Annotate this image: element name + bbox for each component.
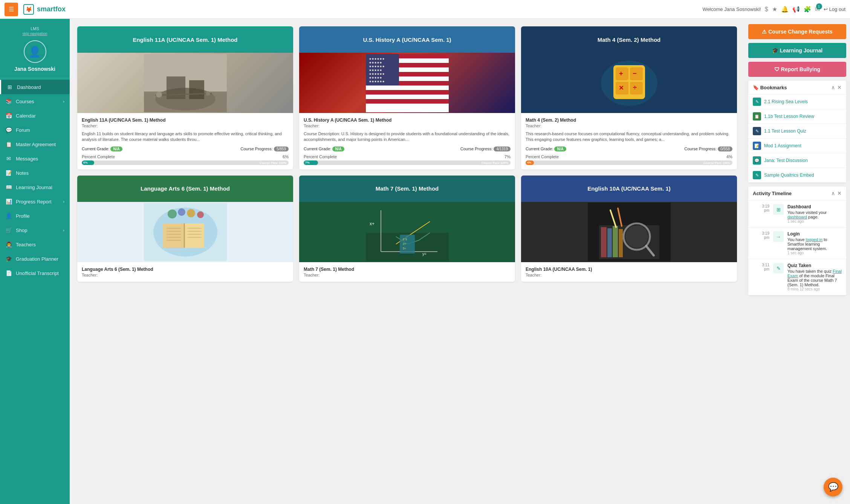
sidebar-item-notes[interactable]: 📝 Notes xyxy=(0,166,70,180)
report-bullying-button[interactable]: 🛡 Report Bullying xyxy=(748,62,846,77)
bookmark-item[interactable]: ✎ 1.1 Test Lesson Quiz xyxy=(748,124,846,139)
courses-grid: English 11A (UC/NCAA Sem. 1) Method xyxy=(77,26,737,282)
sidebar-item-graduation-planner[interactable]: 🎓 Graduation Planner xyxy=(0,252,70,266)
course-card-lang6[interactable]: Language Arts 6 (Sem. 1) Method xyxy=(77,176,293,282)
grade-badge: N/A xyxy=(332,147,344,151)
bookmarks-collapse-button[interactable]: ∧ xyxy=(831,84,835,90)
activity-collapse-button[interactable]: ∧ xyxy=(831,190,835,196)
svg-text:★★★★★★: ★★★★★★ xyxy=(369,72,385,76)
timeline-time: 3:19 xyxy=(754,231,769,235)
course-title: Math 7 (Sem. 1) Method xyxy=(304,267,511,272)
svg-rect-75 xyxy=(601,227,607,257)
svg-point-73 xyxy=(625,225,648,248)
progress-value: 5/859 xyxy=(274,147,289,151)
bell-icon[interactable]: 🔔 xyxy=(781,6,789,13)
history-image: ★★★★★★ ★★★★★ ★★★★★★ ★★★★★ ★★★★★★ ★★★★★ ★… xyxy=(299,53,515,113)
main-layout: LMS skip navigation 👤 Jana Sosnowski ⊞ D… xyxy=(0,19,850,504)
bookmark-item[interactable]: 📋 1.1b Test Lesson Review xyxy=(748,109,846,124)
percent-row: Percent Complete 7% xyxy=(304,154,511,159)
progress-bar: 7% Course Pace 100% xyxy=(304,160,511,165)
sidebar-item-teachers[interactable]: 👨‍🏫 Teachers xyxy=(0,237,70,252)
course-card-math4[interactable]: Math 4 (Sem. 2) Method + xyxy=(521,26,737,170)
bookmark-item[interactable]: ✎ 2.1 Rising Sea Levels xyxy=(748,95,846,109)
course-card-english10a[interactable]: English 10A (UC/NCAA Sem. 1) xyxy=(521,176,737,282)
transcript-icon: 📄 xyxy=(5,270,12,276)
dollar-icon[interactable]: $ xyxy=(765,6,768,13)
sidebar-item-label: Unofficial Transcript xyxy=(16,270,59,276)
sidebar-item-profile[interactable]: 👤 Profile xyxy=(0,209,70,223)
progress-fill: 7% xyxy=(304,160,318,165)
bookmarks-controls: ∧ ✕ xyxy=(831,84,842,90)
course-image-lang6 xyxy=(77,202,293,262)
course-card-english11a[interactable]: English 11A (UC/NCAA Sem. 1) Method xyxy=(77,26,293,170)
sidebar-item-forum[interactable]: 💬 Forum xyxy=(0,123,70,137)
logout-button[interactable]: ↩ Log out xyxy=(824,6,845,12)
star-icon[interactable]: ★ xyxy=(772,6,777,13)
learning-journal-button[interactable]: 🎓 Learning Journal xyxy=(748,43,846,58)
bookmark-quiz-icon: ✎ xyxy=(753,127,761,135)
envelope-icon[interactable]: ✉ 1 xyxy=(815,6,820,13)
sidebar-item-courses[interactable]: 📚 Courses › xyxy=(0,94,70,108)
courses-icon: 📚 xyxy=(5,98,12,104)
sidebar-item-shop[interactable]: 🛒 Shop › xyxy=(0,223,70,237)
bookmarks-close-button[interactable]: ✕ xyxy=(837,84,842,90)
sidebar-item-label: Messages xyxy=(16,156,38,162)
course-header-math4: Math 4 (Sem. 2) Method xyxy=(521,26,737,53)
svg-text:★★★★★: ★★★★★ xyxy=(369,61,382,64)
bookmark-item[interactable]: 📝 Mod 1 Assignment xyxy=(748,139,846,153)
bookmarks-title: 🔖 Bookmarks xyxy=(753,85,787,90)
sidebar-item-calendar[interactable]: 📅 Calendar xyxy=(0,108,70,123)
puzzle-icon[interactable]: 🧩 xyxy=(804,6,811,13)
timeline-title: Dashboard xyxy=(787,204,842,209)
dashboard-icon: ⊞ xyxy=(6,84,13,90)
timeline-link[interactable]: dashboard xyxy=(787,215,807,219)
svg-text:✕: ✕ xyxy=(619,85,624,91)
english-image xyxy=(77,53,293,113)
timeline-link[interactable]: logged in xyxy=(806,237,823,242)
bookmark-label: 1.1 Test Lesson Quiz xyxy=(764,128,806,134)
percent-value: 4% xyxy=(726,154,732,159)
megaphone-icon[interactable]: 📢 xyxy=(792,6,800,13)
bookmark-label: 2.1 Rising Sea Levels xyxy=(764,99,808,104)
course-header-english11a: English 11A (UC/NCAA Sem. 1) Method xyxy=(77,26,293,53)
course-header-title: Math 7 (Sem. 1) Method xyxy=(376,185,439,192)
course-image-ushistory: ★★★★★★ ★★★★★ ★★★★★★ ★★★★★ ★★★★★★ ★★★★★ ★… xyxy=(299,53,515,113)
sidebar-item-master-agreement[interactable]: 📋 Master Agreement xyxy=(0,137,70,151)
svg-point-6 xyxy=(156,92,162,98)
course-body-math7: Math 7 (Sem. 1) Method Teacher: xyxy=(299,262,515,282)
menu-button[interactable]: ☰ xyxy=(5,3,18,16)
sidebar-item-unofficial-transcript[interactable]: 📄 Unofficial Transcript xyxy=(0,266,70,280)
course-stats: Current Grade: N/A Course Progress: 0/55… xyxy=(526,147,732,151)
activity-close-button[interactable]: ✕ xyxy=(837,190,842,196)
course-card-ushistory[interactable]: U.S. History A (UC/NCAA Sem. 1) xyxy=(299,26,515,170)
course-body-english10a: English 10A (UC/NCAA Sem. 1) Teacher: xyxy=(521,262,737,282)
logo-icon: 🦊 xyxy=(23,4,34,15)
sidebar-item-dashboard[interactable]: ⊞ Dashboard xyxy=(0,80,70,94)
bookmark-item[interactable]: 💬 Jana: Test Discussion xyxy=(748,153,846,168)
sidebar-item-learning-journal[interactable]: 📖 Learning Journal xyxy=(0,180,70,194)
sidebar-item-progress-report[interactable]: 📊 Progress Report › xyxy=(0,194,70,209)
bookmark-label: Sample Qualtrics Embed xyxy=(764,173,814,178)
sidebar-item-label: Teachers xyxy=(16,242,36,247)
bookmark-item[interactable]: ✎ Sample Qualtrics Embed xyxy=(748,168,846,183)
course-change-requests-button[interactable]: ⚠ Course Change Requests xyxy=(748,24,846,39)
skip-navigation[interactable]: skip navigation xyxy=(22,32,47,36)
sidebar-item-messages[interactable]: ✉ Messages xyxy=(0,151,70,166)
timeline-link[interactable]: Final Exam xyxy=(787,269,842,278)
course-card-math7[interactable]: Math 7 (Sem. 1) Method xyxy=(299,176,515,282)
sidebar-item-label: Courses xyxy=(16,99,34,104)
course-description: This research-based course focuses on co… xyxy=(526,131,732,143)
timeline-item-login: 3:19 pm → Login You have logged in to Sm… xyxy=(748,228,846,259)
top-header: ☰ 🦊 smartfox Welcome Jana Sosnowski! $ ★… xyxy=(0,0,850,19)
agreement-icon: 📋 xyxy=(5,141,12,147)
svg-rect-4 xyxy=(189,80,204,99)
course-header-title: English 10A (UC/NCAA Sem. 1) xyxy=(587,185,671,192)
timeline-title: Quiz Taken xyxy=(787,263,842,268)
course-image-english10a xyxy=(521,202,737,262)
bookmark-review-icon: 📋 xyxy=(753,112,761,121)
teacher-label: Teacher: xyxy=(304,273,511,277)
sidebar-item-label: Dashboard xyxy=(17,84,41,90)
chat-button[interactable]: 💬 xyxy=(824,478,842,496)
sidebar-item-label: Notes xyxy=(16,170,29,176)
timeline-content: Quiz Taken You have taken the quiz Final… xyxy=(787,263,842,291)
